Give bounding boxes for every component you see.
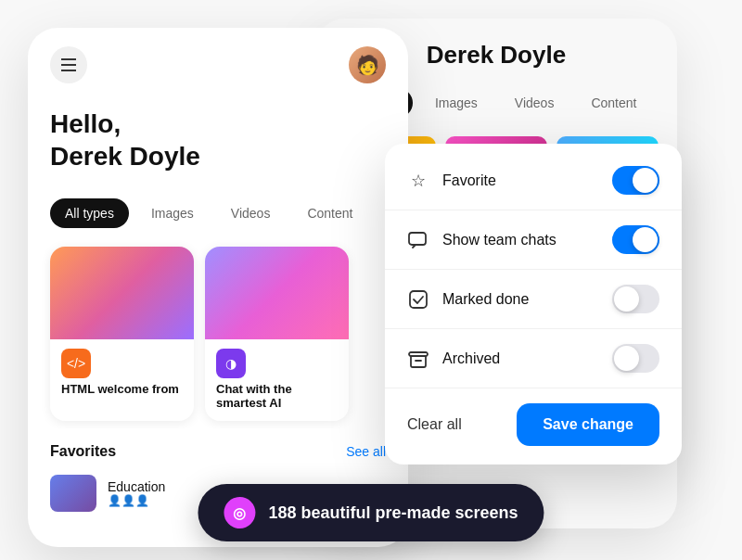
favorites-section: Favorites See all bbox=[28, 428, 408, 467]
back-tab-images[interactable]: Images bbox=[420, 88, 493, 118]
team-chats-toggle[interactable] bbox=[612, 225, 659, 254]
favorite-label: Favorite bbox=[442, 172, 496, 189]
bottom-banner: ◎ 188 beautiful pre-made screens bbox=[198, 484, 544, 541]
card-thumb-2 bbox=[205, 247, 349, 339]
card-html[interactable]: </> HTML welcome from bbox=[50, 247, 194, 421]
marked-done-toggle-knob bbox=[614, 286, 639, 312]
favorite-icon: ☆ bbox=[407, 170, 429, 192]
tab-all-types[interactable]: All types bbox=[50, 198, 129, 228]
phone-main: 🧑 Hello, Derek Doyle All types Images Vi… bbox=[28, 28, 408, 547]
marked-done-icon bbox=[407, 288, 429, 311]
card-icon-row-1: </> bbox=[50, 339, 194, 382]
card-title-1: HTML welcome from bbox=[50, 382, 194, 407]
hamburger-line-1 bbox=[61, 58, 76, 60]
svg-rect-0 bbox=[409, 233, 426, 245]
archived-label: Archived bbox=[442, 350, 500, 367]
modal-row-team-chats: Show team chats bbox=[385, 210, 682, 270]
card-title-2: Chat with the smartest AI bbox=[205, 382, 349, 421]
fav-thumb bbox=[50, 475, 96, 512]
modal-row-archived-left: Archived bbox=[407, 348, 500, 370]
modal-row-favorite-left: ☆ Favorite bbox=[407, 170, 496, 192]
card-thumb-1 bbox=[50, 247, 194, 339]
tab-content[interactable]: Content bbox=[292, 198, 367, 228]
archived-icon bbox=[407, 348, 429, 370]
clear-all-button[interactable]: Clear all bbox=[407, 416, 462, 433]
team-chats-icon bbox=[407, 229, 429, 251]
archived-toggle-knob bbox=[614, 346, 639, 371]
card-icon-ai: ◑ bbox=[216, 349, 246, 378]
marked-done-label: Marked done bbox=[442, 291, 529, 308]
svg-rect-1 bbox=[410, 291, 427, 308]
favorite-toggle-knob bbox=[633, 168, 658, 193]
card-icon-html: </> bbox=[61, 349, 91, 378]
tab-images[interactable]: Images bbox=[136, 198, 209, 228]
modal-row-favorite: ☆ Favorite bbox=[385, 151, 682, 210]
see-all-link[interactable]: See all bbox=[346, 444, 386, 459]
fav-title: Education bbox=[108, 479, 165, 494]
tab-videos[interactable]: Videos bbox=[216, 198, 286, 228]
greeting-line1: Hello, bbox=[50, 109, 121, 138]
hamburger-line-2 bbox=[61, 64, 76, 66]
svg-rect-2 bbox=[409, 352, 428, 356]
modal-row-team-chats-left: Show team chats bbox=[407, 229, 556, 251]
team-chats-toggle-knob bbox=[633, 227, 658, 252]
marked-done-toggle[interactable] bbox=[612, 285, 659, 313]
settings-modal: ☆ Favorite Show team chats bbox=[385, 144, 682, 465]
card-ai[interactable]: ◑ Chat with the smartest AI bbox=[205, 247, 349, 421]
greeting-text: Hello, Derek Doyle bbox=[50, 108, 386, 172]
greeting-line2: Derek Doyle bbox=[50, 142, 200, 171]
favorite-toggle[interactable] bbox=[612, 166, 659, 195]
back-tab-content[interactable]: Content bbox=[576, 88, 651, 118]
modal-footer: Clear all Save change bbox=[385, 388, 682, 446]
phone-header: 🧑 bbox=[28, 28, 408, 93]
back-tab-videos[interactable]: Videos bbox=[500, 88, 569, 118]
fav-info: Education 👤👤👤 bbox=[108, 479, 165, 507]
modal-row-marked-done-left: Marked done bbox=[407, 288, 529, 311]
modal-row-marked-done: Marked done bbox=[385, 270, 682, 329]
banner-text: 188 beautiful pre-made screens bbox=[268, 503, 518, 523]
favorites-title: Favorites bbox=[50, 443, 116, 460]
team-chats-label: Show team chats bbox=[442, 232, 556, 248]
banner-icon: ◎ bbox=[224, 497, 255, 528]
modal-row-archived: Archived bbox=[385, 329, 682, 388]
hamburger-line-3 bbox=[61, 70, 76, 71]
filter-tabs: All types Images Videos Content bbox=[28, 187, 408, 239]
archived-toggle[interactable] bbox=[612, 344, 659, 373]
greeting: Hello, Derek Doyle bbox=[28, 93, 408, 187]
hamburger-button[interactable] bbox=[50, 46, 87, 83]
fav-avatars: 👤👤👤 bbox=[108, 494, 165, 507]
avatar[interactable]: 🧑 bbox=[349, 46, 386, 83]
card-icon-row-2: ◑ bbox=[205, 339, 349, 382]
save-change-button[interactable]: Save change bbox=[517, 403, 659, 446]
cards-row: </> HTML welcome from ◑ Chat with the sm… bbox=[28, 239, 408, 428]
